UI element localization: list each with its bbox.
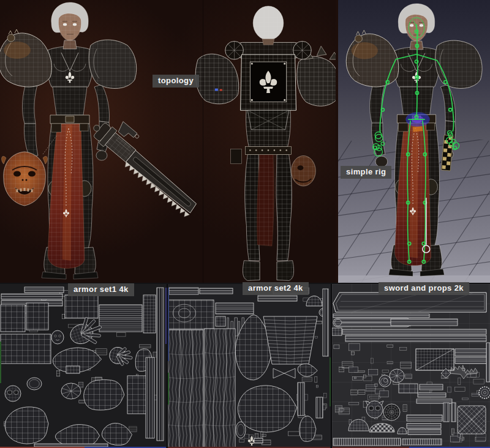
uv-panel-sword-props xyxy=(332,284,490,448)
label-topology: topology xyxy=(153,75,199,88)
wireframe-characters-canvas xyxy=(0,0,336,283)
uv-border-blue xyxy=(168,288,169,361)
label-simple-rig-text: simple rig xyxy=(346,167,386,176)
label-armor-set1-text: armor set1 4k xyxy=(74,285,129,294)
uv-layout-section xyxy=(0,283,490,448)
uv-border-blue xyxy=(165,288,167,344)
uv-separator xyxy=(331,284,332,448)
uv-panel-armor-set2 xyxy=(168,284,331,448)
rigged-character-canvas xyxy=(336,0,490,283)
label-sword-props-text: sword and props 2k xyxy=(384,283,464,293)
label-simple-rig: simple rig xyxy=(341,166,391,179)
character-turntable-backdrop xyxy=(0,0,336,283)
label-armor-set2: armor set2 4k xyxy=(243,282,309,295)
uv3-canvas xyxy=(332,284,490,448)
uv-border-green xyxy=(168,373,169,405)
label-armor-set1: armor set1 4k xyxy=(68,283,134,296)
maya-viewport xyxy=(336,0,490,283)
uv-panel-armor-set1 xyxy=(0,284,167,448)
uv-border-green xyxy=(330,357,331,406)
portfolio-breakdown-sheet: topology simple rig armor set1 4k armor … xyxy=(0,0,490,448)
label-armor-set2-text: armor set2 4k xyxy=(248,283,303,293)
label-topology-text: topology xyxy=(158,76,194,85)
uv-border-green xyxy=(0,342,1,383)
label-sword-props: sword and props 2k xyxy=(379,282,469,295)
uv2-canvas xyxy=(168,284,331,448)
uv1-canvas xyxy=(0,284,167,448)
panel-seam xyxy=(203,0,203,283)
